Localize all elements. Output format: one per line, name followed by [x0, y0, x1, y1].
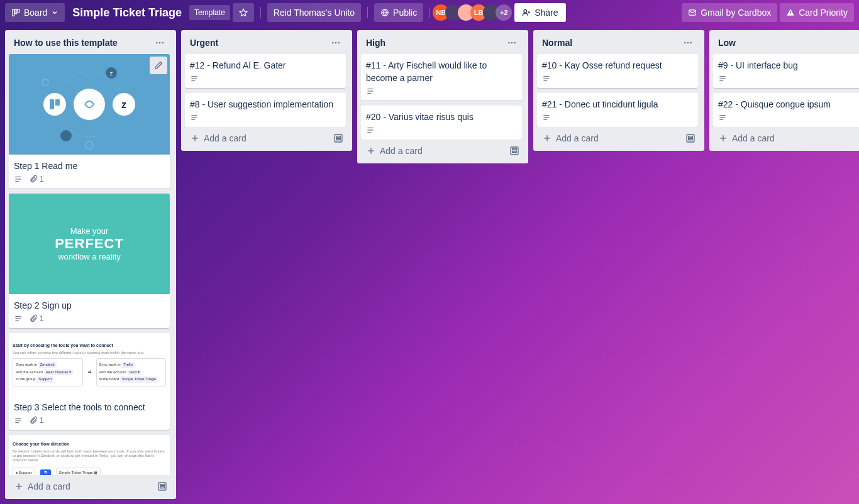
card-title: #22 - Quisque congue ipsum	[718, 98, 859, 111]
visibility-button[interactable]: Public	[374, 3, 423, 22]
plus-icon	[366, 146, 376, 156]
add-card-button[interactable]: Add a card	[713, 129, 859, 147]
svg-point-70	[690, 42, 692, 44]
description-badge	[542, 113, 551, 122]
list-how-to: How to use this template z z	[5, 30, 176, 499]
svg-rect-66	[513, 149, 517, 150]
star-icon	[239, 8, 248, 17]
card-title: #9 - UI interface bug	[718, 59, 859, 72]
card[interactable]: #9 - UI interface bug	[713, 54, 859, 88]
description-badge	[14, 175, 23, 184]
card[interactable]: #12 - Refund Al E. Gater	[185, 54, 346, 88]
board-topbar: Board Simple Ticket Triage Template Reid…	[0, 0, 859, 25]
svg-rect-0	[13, 9, 14, 16]
pencil-icon	[154, 61, 163, 70]
template-icon[interactable]	[509, 146, 519, 156]
list-title[interactable]: Normal	[542, 38, 572, 48]
list-title[interactable]: How to use this template	[14, 38, 118, 48]
list-title[interactable]: Low	[718, 38, 736, 48]
chevron-down-icon	[51, 9, 58, 16]
description-badge	[718, 113, 727, 122]
board-title[interactable]: Simple Ticket Triage	[72, 6, 182, 19]
divider	[260, 7, 261, 18]
list-menu-button[interactable]	[504, 36, 519, 49]
list-urgent: Urgent #12 - Refund Al E. Gater #8 - Use…	[181, 30, 352, 151]
add-card-button[interactable]: Add a card	[9, 478, 172, 495]
card[interactable]: #20 - Varius vitae risus quis	[361, 106, 522, 140]
desc-icon	[366, 87, 375, 96]
board-view-label: Board	[24, 8, 47, 18]
card[interactable]: #22 - Quisque congue ipsum	[713, 93, 859, 127]
svg-point-5	[524, 9, 527, 13]
list-menu-button[interactable]	[152, 36, 167, 49]
template-icon[interactable]	[333, 133, 343, 143]
card-priority-button[interactable]: Card Priority	[780, 3, 854, 22]
card[interactable]: #21 - Donec ut tincidunt ligula	[537, 93, 698, 127]
svg-rect-52	[336, 136, 341, 138]
card-cover: Make your PERFECT workflow a reality	[9, 194, 170, 294]
svg-point-69	[687, 42, 689, 44]
card[interactable]: z z Step 1 Read me 1	[9, 54, 170, 189]
svg-point-55	[511, 42, 513, 44]
svg-text:z: z	[121, 99, 126, 110]
attachment-badge: 1	[29, 175, 44, 184]
gmail-powerup-button[interactable]: Gmail by Cardbox	[682, 3, 777, 22]
card[interactable]: #8 - User suggestion implementation	[185, 93, 346, 127]
card-badges: 1	[14, 175, 165, 184]
description-badge	[190, 113, 199, 122]
description-badge	[542, 74, 551, 83]
card-title: #11 - Arty Fischell would like to become…	[366, 59, 517, 84]
card[interactable]: #11 - Arty Fischell would like to become…	[361, 54, 522, 101]
list-normal: Normal #10 - Kay Osse refund request #21…	[533, 30, 704, 151]
svg-rect-53	[336, 139, 341, 140]
svg-point-25	[42, 79, 48, 85]
svg-point-41	[335, 42, 337, 44]
desc-icon	[718, 74, 727, 83]
share-button[interactable]: Share	[514, 3, 565, 22]
list-title[interactable]: Urgent	[190, 38, 218, 48]
attachment-badge: 1	[29, 416, 44, 425]
svg-rect-80	[689, 136, 693, 138]
list-menu-button[interactable]	[328, 36, 343, 49]
plus-icon	[190, 133, 200, 143]
list-high: High #11 - Arty Fischell would like to b…	[357, 30, 528, 163]
list-menu-button[interactable]	[856, 36, 859, 49]
add-card-button[interactable]: Add a card	[185, 129, 348, 147]
svg-point-12	[159, 42, 161, 44]
card[interactable]: Start by choosing the tools you want to …	[9, 333, 170, 430]
divider	[430, 7, 430, 18]
card-edit-button[interactable]	[150, 57, 167, 74]
workspace-button[interactable]: Reid Thomas's Unito	[267, 3, 361, 22]
desc-icon	[190, 74, 199, 83]
card-title: Step 2 Sign up	[14, 299, 165, 312]
divider	[367, 7, 368, 18]
card[interactable]: Choose your flow direction By default, t…	[9, 435, 170, 475]
add-card-button[interactable]: Add a card	[361, 142, 524, 160]
template-badge[interactable]: Template	[189, 5, 230, 20]
member-avatars[interactable]: NB LB +2	[436, 4, 512, 21]
template-icon[interactable]	[685, 133, 696, 143]
card-cover: Start by choosing the tools you want to …	[9, 333, 170, 396]
svg-rect-18	[55, 99, 60, 106]
card-title: #10 - Kay Osse refund request	[542, 59, 693, 72]
avatar-overflow[interactable]: +2	[496, 4, 512, 21]
list-menu-button[interactable]	[680, 36, 696, 49]
card-cover: z z	[9, 54, 170, 155]
dots-icon	[331, 38, 341, 48]
card[interactable]: #10 - Kay Osse refund request	[537, 54, 698, 88]
svg-point-40	[332, 42, 334, 44]
description-badge	[14, 314, 23, 323]
list-title[interactable]: High	[366, 38, 385, 48]
add-card-button[interactable]: Add a card	[537, 129, 701, 147]
description-badge	[190, 74, 199, 83]
board-view-switcher[interactable]: Board	[5, 3, 65, 22]
svg-rect-67	[513, 151, 517, 153]
template-icon[interactable]	[157, 481, 167, 491]
svg-point-13	[162, 42, 163, 44]
svg-point-42	[338, 42, 340, 44]
desc-icon	[14, 416, 23, 425]
desc-icon	[366, 126, 375, 134]
star-button[interactable]	[233, 3, 254, 22]
svg-marker-3	[240, 9, 247, 16]
card[interactable]: Make your PERFECT workflow a reality Ste…	[9, 194, 170, 328]
